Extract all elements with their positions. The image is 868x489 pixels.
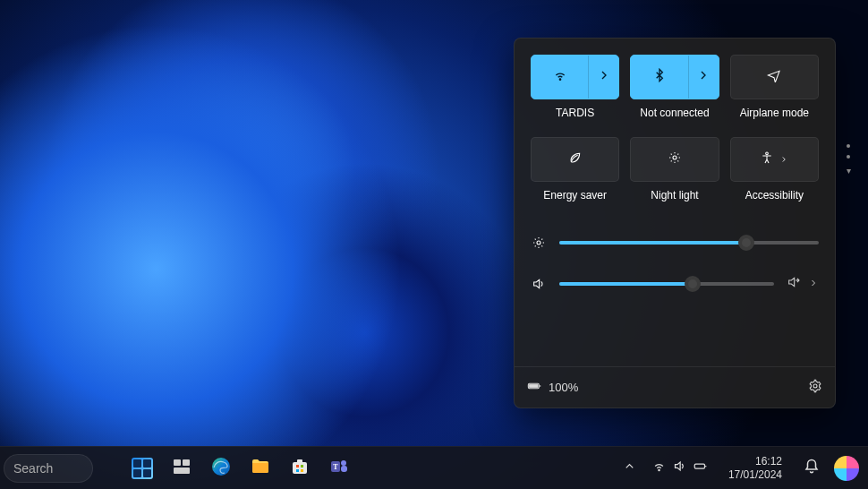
battery-percent-text: 100% — [549, 381, 578, 394]
bluetooth-toggle[interactable] — [631, 56, 687, 99]
task-view-button[interactable] — [165, 451, 199, 485]
slider-thumb[interactable] — [685, 276, 701, 292]
leaf-icon — [568, 150, 583, 168]
audio-output-icon[interactable] — [787, 275, 801, 293]
chevron-up-icon — [623, 459, 636, 476]
night-light-tile-label: Night light — [651, 189, 698, 202]
settings-button[interactable] — [808, 379, 822, 396]
wifi-expand-button[interactable] — [588, 56, 618, 99]
svg-rect-20 — [341, 466, 347, 472]
bluetooth-tile[interactable] — [630, 55, 719, 99]
brightness-slider-row — [531, 236, 819, 250]
copilot-button[interactable] — [834, 456, 859, 481]
clock-button[interactable]: 16:12 17/01/2024 — [716, 450, 795, 486]
volume-icon — [531, 277, 547, 291]
notifications-button[interactable] — [796, 450, 827, 486]
quick-settings-sliders — [515, 214, 835, 293]
svg-point-2 — [766, 152, 769, 155]
quick-settings-footer: 100% — [515, 366, 835, 408]
taskbar-pinned-apps: T — [125, 451, 356, 485]
svg-point-0 — [559, 79, 560, 80]
svg-rect-12 — [297, 459, 302, 463]
svg-rect-9 — [174, 468, 190, 474]
bluetooth-icon — [652, 68, 667, 86]
battery-icon — [527, 379, 541, 396]
airplane-icon — [767, 68, 781, 86]
accessibility-tile-label: Accessibility — [745, 189, 804, 202]
tray-overflow-button[interactable] — [616, 450, 643, 486]
network-volume-battery-button[interactable] — [645, 450, 714, 486]
svg-point-1 — [673, 156, 677, 159]
energy-saver-tile-label: Energy saver — [543, 189, 607, 202]
taskbar-search[interactable]: Search — [4, 454, 93, 483]
brightness-icon — [531, 236, 547, 250]
wifi-toggle[interactable] — [532, 56, 588, 99]
bluetooth-tile-label: Not connected — [640, 107, 709, 119]
airplane-mode-tile[interactable] — [730, 55, 819, 99]
teams-button[interactable]: T — [322, 451, 356, 485]
audio-output-expand-button[interactable] — [808, 276, 819, 292]
windows-logo-icon — [132, 458, 153, 479]
chevron-right-icon — [696, 68, 711, 86]
svg-rect-14 — [301, 465, 303, 468]
quick-settings-page-indicator[interactable]: ▾ — [847, 144, 851, 176]
edge-icon — [210, 456, 232, 481]
brightness-slider[interactable] — [559, 241, 819, 244]
battery-status[interactable]: 100% — [527, 379, 578, 396]
svg-rect-5 — [530, 385, 538, 388]
svg-rect-11 — [293, 462, 307, 474]
start-button[interactable] — [125, 451, 159, 485]
bluetooth-expand-button[interactable] — [688, 56, 719, 99]
quick-settings-tiles: TARDIS Not connected — [515, 39, 835, 214]
battery-icon — [694, 459, 707, 476]
svg-rect-7 — [174, 459, 181, 466]
wifi-tile[interactable] — [531, 55, 619, 99]
microsoft-store-button[interactable] — [283, 451, 317, 485]
quick-settings-panel: ▾ TARDIS — [514, 38, 836, 408]
svg-point-6 — [813, 384, 817, 388]
svg-text:T: T — [333, 463, 338, 471]
chevron-right-icon — [779, 151, 788, 167]
gear-icon — [808, 379, 822, 393]
search-placeholder: Search — [13, 461, 53, 476]
svg-rect-8 — [183, 459, 190, 466]
chevron-right-icon — [597, 68, 611, 86]
accessibility-icon — [760, 150, 774, 168]
airplane-mode-tile-label: Airplane mode — [740, 107, 809, 119]
clock-time: 16:12 — [728, 455, 782, 468]
file-explorer-button[interactable] — [243, 451, 277, 485]
edge-button[interactable] — [204, 451, 238, 485]
folder-icon — [250, 456, 271, 481]
svg-rect-16 — [301, 469, 303, 472]
taskbar: Search T — [0, 446, 868, 489]
task-view-icon — [171, 456, 192, 481]
slider-thumb[interactable] — [738, 235, 754, 251]
wifi-icon — [553, 68, 567, 86]
clock-date: 17/01/2024 — [728, 468, 782, 481]
teams-icon: T — [328, 456, 350, 481]
svg-point-21 — [659, 469, 660, 470]
chevron-down-icon: ▾ — [847, 166, 851, 176]
night-light-tile[interactable] — [630, 137, 719, 182]
svg-point-19 — [341, 460, 346, 466]
volume-slider[interactable] — [559, 282, 774, 286]
store-icon — [289, 456, 311, 481]
wifi-icon — [652, 459, 666, 476]
volume-icon — [673, 459, 686, 476]
svg-rect-22 — [694, 464, 704, 468]
volume-slider-row — [531, 275, 819, 293]
brightness-icon — [668, 150, 682, 168]
energy-saver-tile[interactable] — [531, 137, 619, 182]
svg-rect-15 — [296, 469, 299, 472]
svg-point-3 — [537, 241, 540, 244]
accessibility-tile[interactable] — [730, 137, 819, 182]
wifi-tile-label: TARDIS — [556, 107, 594, 119]
svg-rect-13 — [296, 465, 299, 468]
system-tray: 16:12 17/01/2024 — [616, 450, 864, 486]
bell-icon — [804, 459, 820, 478]
